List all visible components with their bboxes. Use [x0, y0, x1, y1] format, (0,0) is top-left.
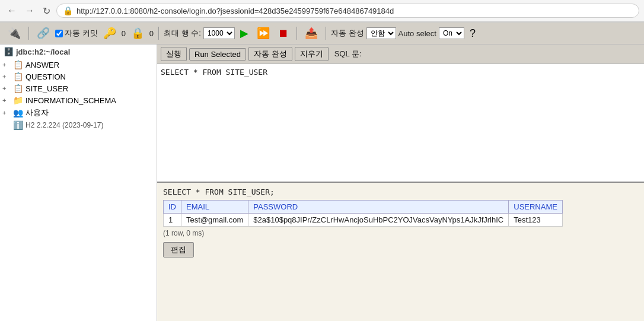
run-selected-btn[interactable]: ⏩ — [254, 25, 273, 42]
forward-button[interactable]: → — [23, 4, 37, 17]
address-bar: 🔒 — [56, 4, 639, 18]
auto-commit-label: 자동 커밋 — [65, 28, 98, 39]
lock-icon: 🔒 — [63, 6, 73, 15]
max-rows-label: 최대 행 수: — [164, 28, 201, 39]
sidebar-item-version: ℹ️ H2 2.2.224 (2023-09-17) — [0, 119, 157, 131]
user-icon-users: 👥 — [13, 108, 23, 117]
auto-complete-select[interactable]: 안함 On — [366, 27, 396, 39]
browser-nav: ← → ↻ 🔒 — [0, 0, 644, 22]
sidebar-label-version: H2 2.2.224 (2023-09-17) — [25, 121, 103, 129]
sidebar-label-users: 사용자 — [25, 107, 49, 118]
sidebar-item-users[interactable]: + 👥 사용자 — [0, 106, 157, 119]
col-email[interactable]: EMAIL — [181, 201, 248, 214]
export-btn[interactable]: 📤 — [302, 25, 321, 42]
expander-question[interactable]: + — [2, 73, 11, 80]
sidebar-item-question[interactable]: + 📋 QUESTION — [0, 71, 157, 82]
table-icon-answer: 📋 — [13, 60, 23, 69]
run-sql-button[interactable]: 실행 — [161, 47, 187, 61]
help-btn[interactable]: ? — [467, 26, 479, 42]
sql-label: SQL 문: — [334, 49, 362, 59]
url-input[interactable] — [76, 7, 633, 15]
table-icon-question: 📋 — [13, 72, 23, 81]
table-row[interactable]: 1 Test@gmail.com $2a$10$pq8JIPr/ZzCLrHwA… — [164, 214, 563, 227]
sidebar-item-answer[interactable]: + 📋 ANSWER — [0, 59, 157, 71]
expander-answer[interactable]: + — [2, 61, 11, 68]
folder-icon-info-schema: 📁 — [13, 96, 23, 105]
sep1 — [28, 27, 29, 40]
col-username[interactable]: USERNAME — [509, 201, 563, 214]
results-table: ID EMAIL PASSWORD USERNAME 1 Test@gmail.… — [163, 200, 563, 227]
col-password[interactable]: PASSWORD — [248, 201, 509, 214]
main-toolbar: 🔌 🔗 자동 커밋 🔑 0 🔒 0 최대 행 수: 1000 500 100 ▶… — [0, 23, 644, 45]
sql-textarea[interactable] — [157, 64, 644, 182]
run-selected-button[interactable]: Run Selected — [189, 48, 246, 61]
col-id[interactable]: ID — [164, 201, 181, 214]
rollback-btn[interactable]: 🔒 — [128, 25, 147, 42]
cell-password: $2a$10$pq8JIPr/ZzCLrHwAncjoSuHbPC2YOJVac… — [248, 214, 509, 227]
commit-btn[interactable]: 🔑 — [100, 25, 119, 42]
content-area: 실행 Run Selected 자동 완성 지우기 SQL 문: SELECT … — [157, 45, 644, 321]
sidebar-root-label: jdbc:h2:~/local — [16, 47, 70, 56]
sidebar-item-site-user[interactable]: + 📋 SITE_USER — [0, 82, 157, 94]
max-rows-group: 최대 행 수: 1000 500 100 — [164, 27, 235, 39]
cell-id: 1 — [164, 214, 181, 227]
auto-select-label: Auto select — [398, 29, 436, 38]
table-icon-site-user: 📋 — [13, 84, 23, 93]
results-area: SELECT * FROM SITE_USER; ID EMAIL PASSWO… — [157, 183, 644, 321]
auto-complete-main-label: 자동 완성 — [331, 28, 364, 39]
stop-btn[interactable]: ⏹ — [275, 26, 292, 42]
sql-editor — [157, 64, 644, 183]
db-icon: 🗄️ — [4, 47, 14, 56]
sql-toolbar: 실행 Run Selected 자동 완성 지우기 SQL 문: — [157, 45, 644, 64]
max-rows-select[interactable]: 1000 500 100 — [203, 27, 235, 39]
results-query: SELECT * FROM SITE_USER; — [163, 187, 638, 196]
connect-btn[interactable]: 🔌 — [5, 25, 24, 42]
expander-info-schema[interactable]: + — [2, 97, 11, 104]
refresh-button[interactable]: ↻ — [40, 4, 53, 18]
sidebar: 🗄️ jdbc:h2:~/local + 📋 ANSWER + 📋 QUESTI… — [0, 45, 157, 321]
auto-commit-checkbox[interactable] — [55, 30, 63, 37]
info-icon-version: ℹ️ — [13, 120, 23, 130]
auto-commit-group: 자동 커밋 — [55, 28, 98, 39]
disconnect-btn[interactable]: 🔗 — [34, 25, 53, 42]
sidebar-label-question: QUESTION — [25, 72, 66, 81]
sidebar-root[interactable]: 🗄️ jdbc:h2:~/local — [0, 45, 157, 59]
sep3 — [297, 27, 297, 40]
sep2 — [158, 27, 159, 40]
sidebar-label-info-schema: INFORMATION_SCHEMA — [25, 96, 116, 105]
row-count: (1 row, 0 ms) — [163, 229, 638, 237]
browser-chrome: ← → ↻ 🔒 — [0, 0, 644, 23]
clear-sql-button[interactable]: 지우기 — [295, 47, 329, 61]
expander-users[interactable]: + — [2, 109, 11, 116]
cell-email: Test@gmail.com — [181, 214, 248, 227]
sidebar-label-site-user: SITE_USER — [25, 84, 68, 93]
sidebar-label-answer: ANSWER — [25, 61, 59, 69]
edit-button[interactable]: 편집 — [163, 242, 194, 258]
main-layout: 🗄️ jdbc:h2:~/local + 📋 ANSWER + 📋 QUESTI… — [0, 45, 644, 321]
rollback-num-label: 0 — [149, 29, 154, 38]
expander-site-user[interactable]: + — [2, 85, 11, 92]
auto-complete-sql-button[interactable]: 자동 완성 — [248, 47, 292, 61]
back-button[interactable]: ← — [5, 4, 19, 17]
run-btn[interactable]: ▶ — [237, 25, 251, 42]
sidebar-item-information-schema[interactable]: + 📁 INFORMATION_SCHEMA — [0, 94, 157, 106]
table-header-row: ID EMAIL PASSWORD USERNAME — [164, 201, 563, 214]
commit-num-label: 0 — [122, 29, 126, 38]
auto-select-select[interactable]: On Off — [439, 27, 464, 39]
cell-username: Test123 — [509, 214, 563, 227]
sep4 — [326, 27, 326, 40]
